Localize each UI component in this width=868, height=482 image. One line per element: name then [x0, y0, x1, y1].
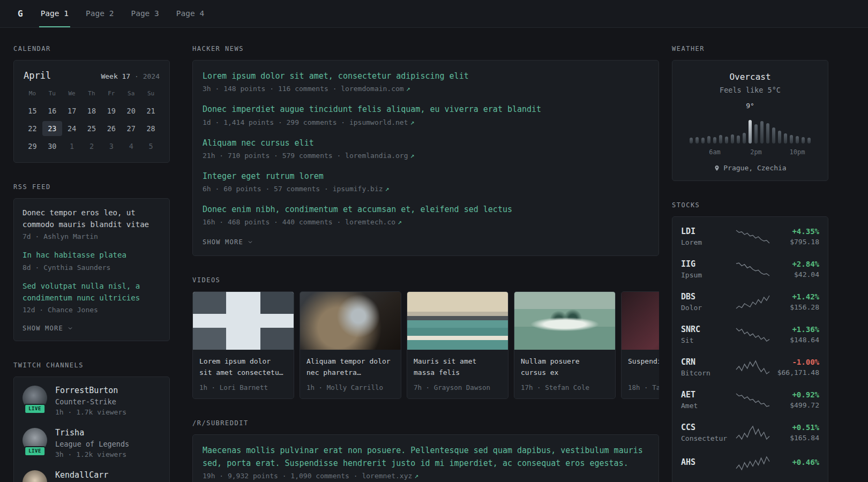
- calendar-day[interactable]: 2: [82, 139, 102, 154]
- stock-row[interactable]: CRN Bitcorn -1.00% $66,171.48: [681, 357, 819, 377]
- calendar-day[interactable]: 20: [121, 103, 141, 118]
- stock-change: +1.36%: [774, 325, 819, 334]
- hn-item-stats: 21h · 710 points · 579 comments ·: [203, 152, 341, 160]
- calendar-day[interactable]: 26: [101, 121, 121, 136]
- hn-item-title[interactable]: Integer eget rutrum lorem: [203, 171, 324, 181]
- hn-item-domain[interactable]: ipsumworld.net↗: [349, 118, 414, 126]
- video-card[interactable]: Lorem ipsum dolor sit amet consectetu… 1…: [192, 291, 294, 399]
- calendar-dow: Fr: [101, 87, 121, 101]
- stock-values: +4.35% $795.18: [774, 227, 819, 246]
- calendar-day[interactable]: 5: [141, 139, 161, 154]
- channel-meta: 1h · 1.7k viewers: [55, 408, 126, 416]
- tab-page-3[interactable]: Page 3: [129, 0, 160, 27]
- stock-row[interactable]: CCS Consectetur +0.51% $165.84: [681, 423, 819, 442]
- calendar-day[interactable]: 22: [23, 121, 42, 136]
- twitch-channel[interactable]: LIVE ForrestBurton Counter-Strike 1h · 1…: [23, 386, 161, 416]
- video-card[interactable]: Nullam posuere cursus ex 17h · Stefan Co…: [514, 291, 616, 399]
- stock-sparkline: [736, 261, 770, 277]
- calendar-day[interactable]: 15: [23, 103, 42, 118]
- hn-item-domain[interactable]: loremlandia.org↗: [345, 152, 414, 160]
- calendar-month: April: [24, 70, 51, 81]
- hackernews-show-more-button[interactable]: SHOW MORE: [203, 238, 253, 246]
- calendar-day[interactable]: 28: [141, 121, 161, 136]
- video-title[interactable]: Suspendisse diam: [628, 356, 659, 379]
- weather-bar: [695, 137, 699, 144]
- video-title[interactable]: Mauris sit amet massa felis: [414, 356, 502, 379]
- tab-page-1[interactable]: Page 1: [39, 0, 70, 27]
- rss-item-title[interactable]: Donec tempor eros leo, ut commodo mauris…: [23, 207, 161, 230]
- calendar-year: 2024: [143, 72, 160, 80]
- app-logo[interactable]: G: [18, 0, 23, 27]
- stock-row[interactable]: LDI Lorem +4.35% $795.18: [681, 227, 819, 246]
- stock-id: LDI Lorem: [681, 227, 731, 246]
- external-link-icon: ↗: [385, 185, 390, 193]
- stock-row[interactable]: AET Amet +0.92% $499.72: [681, 390, 819, 410]
- hn-item-domain[interactable]: loremtech.co↗: [345, 218, 402, 226]
- stock-row[interactable]: AHS +0.46%: [681, 455, 819, 471]
- calendar-day[interactable]: 24: [62, 121, 82, 136]
- hn-item-domain[interactable]: loremdomain.com↗: [341, 85, 410, 93]
- calendar-day[interactable]: 17: [62, 103, 82, 118]
- channel-name: Trisha: [55, 428, 129, 438]
- stock-row[interactable]: DBS Dolor +1.42% $156.28: [681, 292, 819, 312]
- twitch-channel[interactable]: LIVE Trisha League of Legends 3h · 1.2k …: [23, 428, 161, 458]
- video-card[interactable]: Mauris sit amet massa felis 7h · Grayson…: [407, 291, 508, 399]
- show-more-label: SHOW MORE: [23, 325, 63, 332]
- calendar-day[interactable]: 23: [42, 121, 62, 136]
- calendar-day[interactable]: 25: [82, 121, 102, 136]
- channel-meta: 3h · 1.2k viewers: [55, 450, 129, 458]
- right-column: WEATHER Overcast Feels like 5°C 9° 6am2p…: [672, 45, 828, 482]
- hn-item-domain[interactable]: ipsumify.biz↗: [333, 185, 390, 193]
- calendar-day[interactable]: 18: [82, 103, 102, 118]
- calendar-day[interactable]: 27: [121, 121, 141, 136]
- calendar-day[interactable]: 4: [121, 139, 141, 154]
- weather-bar: [743, 133, 746, 144]
- calendar-week: Week 17: [101, 72, 130, 80]
- stock-id: AET Amet: [681, 390, 731, 410]
- rss-show-more-button[interactable]: SHOW MORE: [23, 325, 73, 332]
- stock-row[interactable]: IIG Ipsum +2.84% $42.04: [681, 259, 819, 279]
- middle-column: HACKER NEWS Lorem ipsum dolor sit amet, …: [192, 45, 659, 482]
- calendar-day[interactable]: 29: [23, 139, 42, 154]
- hn-item-title[interactable]: Donec enim nibh, condimentum et accumsan…: [203, 205, 512, 214]
- hn-item-title[interactable]: Donec imperdiet augue tincidunt felis al…: [203, 104, 541, 114]
- external-link-icon: ↗: [414, 472, 418, 480]
- calendar-day[interactable]: 16: [42, 103, 62, 118]
- stock-name: Consectetur: [681, 434, 731, 442]
- channel-avatar-wrap: LIVE: [23, 386, 47, 410]
- calendar-day[interactable]: 19: [101, 103, 121, 118]
- rss-item-title[interactable]: Sed volutpat nulla nisl, a condimentum n…: [23, 281, 161, 304]
- weather-card: Overcast Feels like 5°C 9° 6am2pm10pm Pr…: [672, 60, 828, 181]
- tab-page-4[interactable]: Page 4: [175, 0, 206, 27]
- rss-item-title[interactable]: In hac habitasse platea: [23, 250, 161, 261]
- stock-change: +0.92%: [774, 390, 819, 399]
- video-thumbnail: [300, 292, 401, 350]
- calendar-dow: Sa: [121, 87, 141, 101]
- tab-page-2[interactable]: Page 2: [84, 0, 115, 27]
- video-title[interactable]: Aliquam tempor dolor nec pharetra…: [306, 356, 394, 379]
- stock-sparkline: [736, 229, 770, 245]
- stock-name: Dolor: [681, 304, 731, 312]
- calendar-day[interactable]: 1: [62, 139, 82, 154]
- stock-row[interactable]: SNRC Sit +1.36% $148.64: [681, 325, 819, 344]
- video-title[interactable]: Lorem ipsum dolor sit amet consectetu…: [199, 356, 287, 379]
- video-card[interactable]: Aliquam tempor dolor nec pharetra… 1h · …: [300, 291, 401, 399]
- dashboard-columns: CALENDAR April Week 17 · 2024 MoTuWeThFr…: [0, 28, 868, 482]
- weather-bar: [807, 138, 811, 144]
- hn-item-title[interactable]: Aliquam nec cursus elit: [203, 138, 314, 148]
- hn-item-title[interactable]: Lorem ipsum dolor sit amet, consectetur …: [203, 71, 469, 81]
- video-title[interactable]: Nullam posuere cursus ex: [521, 356, 609, 379]
- twitch-channel[interactable]: KendallCarr: [23, 470, 161, 482]
- calendar-day[interactable]: 3: [101, 139, 121, 154]
- dot-separator: ·: [134, 72, 139, 80]
- hn-item-meta: 6h · 60 points · 57 comments · ipsumify.…: [203, 185, 649, 193]
- stock-id: DBS Dolor: [681, 292, 731, 312]
- calendar-day[interactable]: 30: [42, 139, 62, 154]
- video-card[interactable]: Suspendisse diam 18h · Tara: [621, 291, 659, 399]
- calendar-day[interactable]: 21: [141, 103, 161, 118]
- weather-bar: [690, 138, 693, 144]
- weather-bar: [749, 120, 752, 144]
- subreddit-item-domain[interactable]: loremnet.xyz↗: [362, 472, 418, 480]
- stock-id: SNRC Sit: [681, 325, 731, 344]
- subreddit-item-title[interactable]: Maecenas mollis pulvinar erat non posuer…: [203, 446, 643, 468]
